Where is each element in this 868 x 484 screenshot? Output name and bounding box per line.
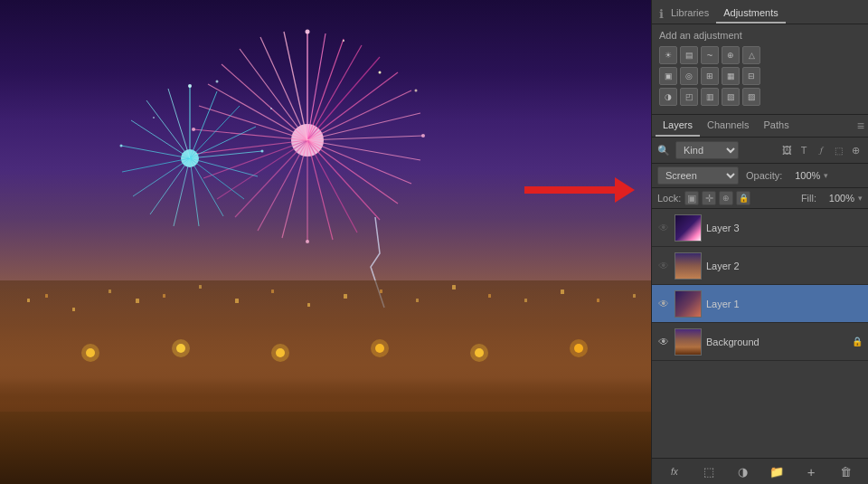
layer2-name: Layer 2 bbox=[706, 261, 863, 271]
svg-line-37 bbox=[190, 106, 240, 158]
svg-line-46 bbox=[133, 158, 190, 196]
blend-mode-row: Screen Normal Multiply Overlay Soft Ligh… bbox=[652, 164, 868, 188]
layer-item-layer3[interactable]: 👁 Layer 3 bbox=[652, 209, 868, 247]
create-layer-button[interactable]: + bbox=[802, 462, 820, 480]
panel-tabs-row: ℹ Libraries Adjustments bbox=[652, 0, 868, 24]
svg-line-10 bbox=[307, 140, 420, 160]
layers-tabs-row: Layers Channels Paths ≡ bbox=[652, 115, 868, 138]
opacity-label: Opacity: bbox=[746, 170, 782, 181]
fill-label: Fill: bbox=[801, 193, 816, 204]
opacity-value[interactable]: 100% bbox=[786, 170, 820, 181]
blend-mode-select[interactable]: Screen Normal Multiply Overlay Soft Ligh… bbox=[657, 166, 739, 185]
svg-point-0 bbox=[291, 124, 324, 157]
hsl-icon[interactable]: ▣ bbox=[659, 67, 677, 85]
exposure-icon[interactable]: ⊕ bbox=[722, 46, 740, 64]
arrow-body bbox=[524, 186, 615, 194]
channel-mixer-icon[interactable]: ▦ bbox=[722, 67, 740, 85]
brightness-contrast-icon[interactable]: ☀ bbox=[659, 46, 677, 64]
layer2-eye[interactable]: 👁 bbox=[657, 260, 670, 272]
filter-smartobj-icon[interactable]: ⬚ bbox=[831, 143, 845, 157]
lock-artboard-icon[interactable]: ⊕ bbox=[719, 191, 733, 205]
tab-layers[interactable]: Layers bbox=[656, 115, 700, 137]
adj-icons-row-2: ▣ ◎ ⊞ ▦ ⊟ bbox=[659, 67, 861, 85]
background-name: Background bbox=[706, 337, 847, 347]
threshold-icon[interactable]: ▥ bbox=[701, 88, 719, 106]
svg-point-60 bbox=[153, 117, 155, 119]
svg-line-28 bbox=[260, 37, 307, 140]
lock-label: Lock: bbox=[657, 193, 681, 204]
water-reflection bbox=[0, 412, 651, 484]
layer-item-layer1[interactable]: 👁 Layer 1 bbox=[652, 285, 868, 323]
add-mask-button[interactable]: ⬚ bbox=[700, 462, 718, 480]
svg-line-44 bbox=[174, 158, 190, 226]
adjustment-layer-button[interactable]: ◑ bbox=[734, 462, 752, 480]
svg-line-25 bbox=[208, 84, 307, 140]
svg-point-53 bbox=[261, 150, 264, 153]
fill-value[interactable]: 100% bbox=[820, 193, 854, 204]
filter-adjustment-icon[interactable]: ⊕ bbox=[848, 143, 863, 157]
layers-menu-icon[interactable]: ≡ bbox=[857, 119, 864, 133]
levels-icon[interactable]: ▤ bbox=[680, 46, 698, 64]
panel-top-section: ℹ Libraries Adjustments Add an adjustmen… bbox=[652, 0, 868, 115]
svg-line-40 bbox=[190, 158, 258, 176]
svg-point-31 bbox=[421, 134, 425, 138]
color-lookup-icon[interactable]: ⊟ bbox=[742, 67, 760, 85]
layer3-eye[interactable]: 👁 bbox=[657, 222, 670, 234]
layer-item-background[interactable]: 👁 Background 🔒 bbox=[652, 323, 868, 361]
filter-text-icon[interactable]: T bbox=[797, 143, 811, 157]
fill-chevron[interactable]: ▾ bbox=[858, 194, 863, 203]
svg-line-14 bbox=[307, 140, 357, 233]
layer2-thumb bbox=[675, 252, 702, 280]
lock-pixels-icon[interactable]: ▣ bbox=[684, 191, 699, 205]
canvas-background bbox=[0, 0, 651, 484]
svg-line-41 bbox=[190, 158, 244, 199]
svg-line-42 bbox=[190, 158, 223, 216]
svg-line-39 bbox=[190, 151, 262, 158]
kind-filter-select[interactable]: Kind Name Effect Mode Attribute Color Sm… bbox=[675, 141, 739, 159]
adj-icons-row-1: ☀ ▤ ~ ⊕ △ bbox=[659, 46, 861, 64]
lock-position-icon[interactable]: ✛ bbox=[702, 191, 716, 205]
svg-line-4 bbox=[307, 45, 362, 140]
svg-point-57 bbox=[415, 90, 418, 92]
invert-icon[interactable]: ◑ bbox=[659, 88, 677, 106]
opacity-chevron[interactable]: ▾ bbox=[824, 171, 828, 180]
background-eye[interactable]: 👁 bbox=[657, 336, 670, 348]
posterize-icon[interactable]: ◰ bbox=[680, 88, 698, 106]
svg-line-13 bbox=[307, 140, 380, 220]
tab-paths[interactable]: Paths bbox=[757, 115, 797, 137]
svg-point-52 bbox=[188, 84, 192, 88]
tab-channels[interactable]: Channels bbox=[700, 115, 756, 137]
svg-line-12 bbox=[307, 140, 398, 204]
curves-icon[interactable]: ~ bbox=[701, 46, 719, 64]
svg-line-48 bbox=[121, 146, 190, 158]
svg-point-30 bbox=[306, 30, 310, 34]
svg-line-29 bbox=[284, 32, 307, 140]
svg-line-22 bbox=[195, 140, 307, 154]
delete-layer-button[interactable]: 🗑 bbox=[836, 462, 854, 480]
filter-pixel-icon[interactable]: 🖼 bbox=[779, 143, 794, 157]
tab-libraries[interactable]: Libraries bbox=[664, 4, 716, 24]
tab-adjustments[interactable]: Adjustments bbox=[716, 4, 786, 24]
photo-filter-icon[interactable]: ⊞ bbox=[701, 67, 719, 85]
filter-shape-icon[interactable]: 𝑓 bbox=[814, 143, 828, 157]
triangle-icon[interactable]: △ bbox=[742, 46, 760, 64]
gradient-map-icon[interactable]: ▧ bbox=[722, 88, 740, 106]
right-panel: ℹ Libraries Adjustments Add an adjustmen… bbox=[651, 0, 868, 484]
lock-all-icon[interactable]: 🔒 bbox=[736, 191, 750, 205]
layer1-eye[interactable]: 👁 bbox=[657, 298, 670, 310]
color-balance-icon[interactable]: ◎ bbox=[680, 67, 698, 85]
layer3-name: Layer 3 bbox=[706, 223, 863, 233]
layer3-thumb bbox=[675, 214, 702, 242]
svg-line-49 bbox=[131, 120, 190, 158]
layer-item-layer2[interactable]: 👁 Layer 2 bbox=[652, 247, 868, 285]
svg-point-34 bbox=[181, 149, 199, 167]
svg-point-32 bbox=[192, 128, 195, 131]
fx-button[interactable]: fx bbox=[665, 462, 684, 480]
group-layers-button[interactable]: 📁 bbox=[768, 462, 786, 480]
svg-line-18 bbox=[258, 140, 307, 231]
selective-color-icon[interactable]: ▨ bbox=[742, 88, 760, 106]
svg-line-3 bbox=[307, 39, 344, 140]
svg-line-20 bbox=[217, 140, 307, 199]
svg-line-23 bbox=[193, 129, 307, 140]
canvas-area bbox=[0, 0, 651, 484]
